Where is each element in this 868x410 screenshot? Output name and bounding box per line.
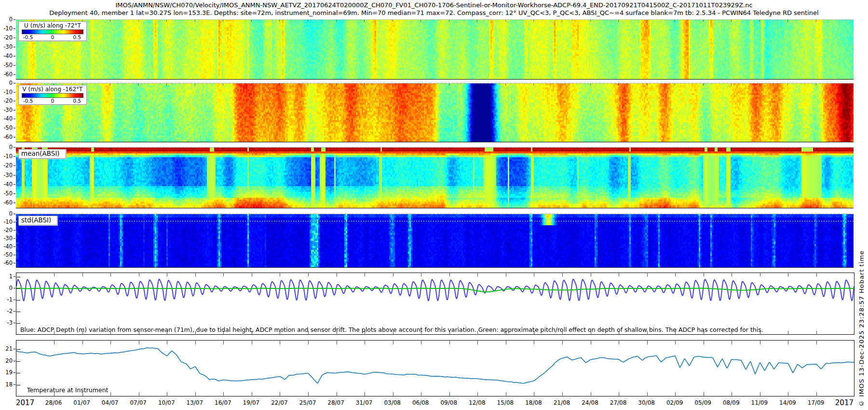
y-tick-mark [14,47,15,47]
std-absi-label: std(ABSI) [18,216,57,225]
u-colorbar-ticks: -0.5 0 0.5 [21,34,84,40]
x-tick-label: 11/09 [751,399,768,406]
x-tick-label: 04/07 [102,399,119,406]
v-colorbar-tick-pos: 0.5 [73,98,81,104]
depth-tick-label: -10 [0,219,13,225]
depth-tick-label: -60 [0,71,13,77]
y-tick-mark [14,311,15,312]
y-tick-mark [14,38,15,38]
u-colorbar-tick-zero: 0 [51,34,54,40]
y-tick-mark [14,65,15,66]
y-tick-mark [14,349,15,349]
depth-tick-label: -20 [0,163,13,168]
y-tick-mark [14,288,15,288]
x-tick-label: 17/09 [808,399,825,406]
v-velocity-legend: V (m/s) along -162°T -0.5 0 0.5 [18,85,87,105]
temperature-tick-label: 20 [0,358,13,364]
y-tick-mark [14,19,15,20]
v-colorbar-ticks: -0.5 0 0.5 [21,98,84,104]
x-tick-label: 05/09 [694,399,711,406]
y-tick-mark [14,137,15,137]
y-tick-mark [14,147,15,148]
depth-variation-tick-label: 1 [0,273,13,279]
depth-tick-label: 0 [0,16,13,22]
y-tick-mark [14,300,15,300]
u-colorbar-tick-pos: 0.5 [73,34,81,40]
x-axis-year-end: 2017 [835,398,854,407]
y-tick-mark [14,110,15,110]
x-tick-label: 01/07 [73,399,90,406]
depth-variation-tick-label: 0 [0,285,13,291]
y-tick-mark [14,175,15,176]
adcp-report-figure: IMOS/ANMN/NSW/CH070/Velocity/IMOS_ANMN-N… [0,0,868,410]
depth-variation-tick-label: -1 [0,297,13,302]
u-velocity-legend: U (m/s) along -72°T -0.5 0 0.5 [18,21,87,41]
depth-tick-label: -30 [0,44,13,50]
depth-tick-label: -20 [0,35,13,41]
temperature-tick-label: 21 [0,346,13,352]
depth-variation-annotation: Blue: ADCP Depth (m) variation from sens… [20,326,763,333]
temperature-panel: Temperature at Instrument [16,340,854,396]
depth-variation-panel: Blue: ADCP Depth (m) variation from sens… [16,273,854,335]
v-velocity-heatmap [16,83,854,142]
depth-tick-label: -40 [0,244,13,249]
y-tick-mark [14,255,15,255]
depth-tick-label: -30 [0,172,13,178]
x-tick-label: 16/07 [215,399,231,406]
x-tick-label: 19/07 [243,399,260,406]
x-tick-label: 25/07 [299,399,316,406]
depth-variation-tick-label: -2 [0,308,13,314]
x-tick-label: 07/07 [130,399,147,406]
v-legend-title: V (m/s) along -162°T [21,86,84,93]
y-tick-mark [14,323,15,323]
y-tick-mark [14,119,15,119]
depth-tick-label: 0 [0,144,13,150]
depth-tick-label: -40 [0,53,13,59]
y-tick-mark [14,165,15,166]
depth-tick-label: -20 [0,98,13,104]
title-deployment-info: Deployment 40, member 1 lat=30.27S lon=1… [0,9,868,16]
x-tick-label: 28/06 [45,399,62,406]
y-tick-mark [14,56,15,56]
y-tick-mark [14,74,15,75]
x-tick-label: 24/08 [582,399,598,406]
depth-tick-label: -20 [0,227,13,233]
v-colorbar-tick-neg: -0.5 [23,98,33,104]
y-tick-mark [14,83,15,83]
x-tick-label: 14/09 [779,399,796,406]
y-tick-mark [14,156,15,157]
x-tick-label: 21/08 [554,399,570,406]
x-tick-label: 28/07 [327,399,344,406]
title-filename: IMOS/ANMN/NSW/CH070/Velocity/IMOS_ANMN-N… [0,1,868,9]
x-tick-label: 13/07 [187,399,203,406]
y-tick-mark [14,128,15,128]
depth-tick-label: -50 [0,252,13,258]
depth-tick-label: -50 [0,191,13,196]
y-tick-mark [14,203,15,203]
temperature-label: Temperature at Instrument [27,386,108,394]
depth-tick-label: -10 [0,89,13,95]
x-tick-label: 03/08 [384,399,401,406]
depth-tick-label: -50 [0,125,13,131]
depth-variation-tick-label: -3 [0,320,13,326]
x-tick-label: 31/07 [356,399,373,406]
y-tick-mark [14,276,15,277]
y-tick-mark [14,28,15,29]
y-tick-mark [14,193,15,194]
y-tick-mark [14,222,15,222]
depth-tick-label: -10 [0,153,13,159]
std-absi-heatmap [16,214,854,268]
u-velocity-heatmap [16,19,854,80]
depth-tick-label: -60 [0,200,13,205]
y-tick-mark [14,230,15,231]
depth-tick-label: -50 [0,62,13,68]
depth-tick-label: -30 [0,235,13,241]
imos-copyright-watermark: © IMOS 13-Dec-2025 23:28:57 Hobart time [858,250,865,407]
v-colorbar [22,93,83,98]
depth-tick-label: -30 [0,107,13,113]
u-legend-title: U (m/s) along -72°T [21,22,84,29]
depth-variation-plot [16,273,854,334]
depth-tick-label: 0 [0,80,13,86]
x-tick-label: 09/08 [440,399,457,406]
y-tick-mark [14,263,15,263]
